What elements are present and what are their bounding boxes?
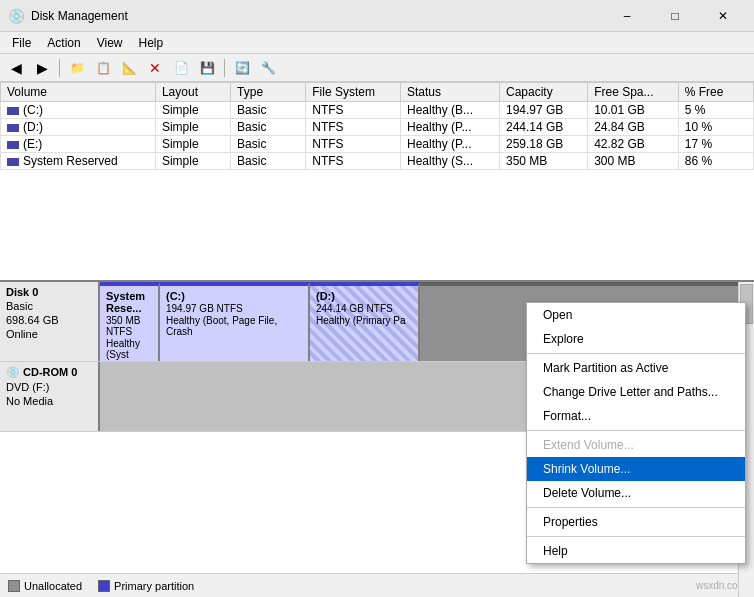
disk0-size: 698.64 GB	[6, 314, 92, 326]
menu-file[interactable]: File	[4, 34, 39, 52]
col-status[interactable]: Status	[401, 83, 500, 102]
legend-primary: Primary partition	[98, 580, 194, 592]
ctx-item-open[interactable]: Open	[527, 303, 745, 327]
col-type[interactable]: Type	[231, 83, 306, 102]
refresh-button[interactable]: 🔄	[230, 57, 254, 79]
delete-button[interactable]: ✕	[143, 57, 167, 79]
cell-pct: 5 %	[678, 102, 753, 119]
menu-action[interactable]: Action	[39, 34, 88, 52]
save-button[interactable]: 💾	[195, 57, 219, 79]
table-row[interactable]: (D:) Simple Basic NTFS Healthy (P... 244…	[1, 119, 754, 136]
settings-button[interactable]: 🔧	[256, 57, 280, 79]
c-status: Healthy (Boot, Page File, Crash	[166, 315, 302, 337]
d-size: 244.14 GB NTFS	[316, 303, 412, 314]
close-button[interactable]: ✕	[700, 2, 746, 30]
app-title: Disk Management	[31, 9, 128, 23]
d-name: (D:)	[316, 290, 412, 302]
cell-status: Healthy (S...	[401, 153, 500, 170]
cell-fs: NTFS	[306, 136, 401, 153]
new-button[interactable]: 📄	[169, 57, 193, 79]
disk0-status: Online	[6, 328, 92, 340]
c-size: 194.97 GB NTFS	[166, 303, 302, 314]
cell-fs: NTFS	[306, 119, 401, 136]
folder-button[interactable]: 📁	[65, 57, 89, 79]
d-status: Healthy (Primary Pa	[316, 315, 412, 326]
ctx-item-explore[interactable]: Explore	[527, 327, 745, 351]
ctx-item-properties[interactable]: Properties	[527, 510, 745, 534]
partition-c[interactable]: (C:) 194.97 GB NTFS Healthy (Boot, Page …	[160, 282, 310, 361]
maximize-button[interactable]: □	[652, 2, 698, 30]
back-button[interactable]: ◀	[4, 57, 28, 79]
ctx-item-extend: Extend Volume...	[527, 433, 745, 457]
cell-fs: NTFS	[306, 102, 401, 119]
cell-free: 24.84 GB	[588, 119, 679, 136]
menu-view[interactable]: View	[89, 34, 131, 52]
main-content: Volume Layout Type File System Status Ca…	[0, 82, 754, 597]
cdrom0-name: 💿 CD-ROM 0	[6, 366, 92, 379]
c-name: (C:)	[166, 290, 302, 302]
ctx-separator	[527, 536, 745, 537]
disk-table: Volume Layout Type File System Status Ca…	[0, 82, 754, 170]
toolbar-separator-2	[224, 59, 225, 77]
forward-button[interactable]: ▶	[30, 57, 54, 79]
cell-volume: (C:)	[1, 102, 156, 119]
legend-unallocated: Unallocated	[8, 580, 82, 592]
cell-type: Basic	[231, 102, 306, 119]
col-layout[interactable]: Layout	[155, 83, 230, 102]
legend-unallocated-box	[8, 580, 20, 592]
ctx-item-mark-active[interactable]: Mark Partition as Active	[527, 356, 745, 380]
sysres-name: System Rese...	[106, 290, 152, 314]
minimize-button[interactable]: –	[604, 2, 650, 30]
toolbar: ◀ ▶ 📁 📋 📐 ✕ 📄 💾 🔄 🔧	[0, 54, 754, 82]
ctx-item-help[interactable]: Help	[527, 539, 745, 563]
cell-status: Healthy (P...	[401, 136, 500, 153]
disk0-type: Basic	[6, 300, 92, 312]
table-row[interactable]: (E:) Simple Basic NTFS Healthy (P... 259…	[1, 136, 754, 153]
cell-free: 300 MB	[588, 153, 679, 170]
cell-layout: Simple	[155, 153, 230, 170]
sysres-status: Healthy (Syst	[106, 338, 152, 360]
col-capacity[interactable]: Capacity	[500, 83, 588, 102]
col-volume[interactable]: Volume	[1, 83, 156, 102]
ctx-separator	[527, 353, 745, 354]
col-freespace[interactable]: Free Spa...	[588, 83, 679, 102]
ctx-separator	[527, 507, 745, 508]
ctx-item-format[interactable]: Format...	[527, 404, 745, 428]
toolbar-separator-1	[59, 59, 60, 77]
app-icon: 💿	[8, 8, 25, 24]
context-menu: OpenExploreMark Partition as ActiveChang…	[526, 302, 746, 564]
table-area: Volume Layout Type File System Status Ca…	[0, 82, 754, 282]
volume-icon	[7, 107, 19, 115]
cell-layout: Simple	[155, 136, 230, 153]
cell-layout: Simple	[155, 102, 230, 119]
ctx-item-shrink[interactable]: Shrink Volume...	[527, 457, 745, 481]
cdrom0-status: No Media	[6, 395, 92, 407]
volume-icon	[7, 124, 19, 132]
col-pctfree[interactable]: % Free	[678, 83, 753, 102]
col-filesystem[interactable]: File System	[306, 83, 401, 102]
snap-button[interactable]: 📐	[117, 57, 141, 79]
cell-volume: (D:)	[1, 119, 156, 136]
legend: Unallocated Primary partition wsxdn.com	[0, 573, 754, 597]
title-bar: 💿 Disk Management – □ ✕	[0, 0, 754, 32]
cell-capacity: 244.14 GB	[500, 119, 588, 136]
legend-unallocated-label: Unallocated	[24, 580, 82, 592]
volume-icon	[7, 158, 19, 166]
properties-button[interactable]: 📋	[91, 57, 115, 79]
menu-bar: File Action View Help	[0, 32, 754, 54]
cell-pct: 17 %	[678, 136, 753, 153]
partition-d[interactable]: (D:) 244.14 GB NTFS Healthy (Primary Pa	[310, 282, 420, 361]
cell-capacity: 350 MB	[500, 153, 588, 170]
legend-primary-label: Primary partition	[114, 580, 194, 592]
ctx-item-change-letter[interactable]: Change Drive Letter and Paths...	[527, 380, 745, 404]
partition-system-reserved[interactable]: System Rese... 350 MB NTFS Healthy (Syst	[100, 282, 160, 361]
menu-help[interactable]: Help	[131, 34, 172, 52]
disk0-info: Disk 0 Basic 698.64 GB Online	[0, 282, 100, 361]
ctx-item-delete[interactable]: Delete Volume...	[527, 481, 745, 505]
disk0-name: Disk 0	[6, 286, 92, 298]
table-row[interactable]: (C:) Simple Basic NTFS Healthy (B... 194…	[1, 102, 754, 119]
cell-pct: 10 %	[678, 119, 753, 136]
cell-capacity: 259.18 GB	[500, 136, 588, 153]
table-row[interactable]: System Reserved Simple Basic NTFS Health…	[1, 153, 754, 170]
cell-type: Basic	[231, 136, 306, 153]
